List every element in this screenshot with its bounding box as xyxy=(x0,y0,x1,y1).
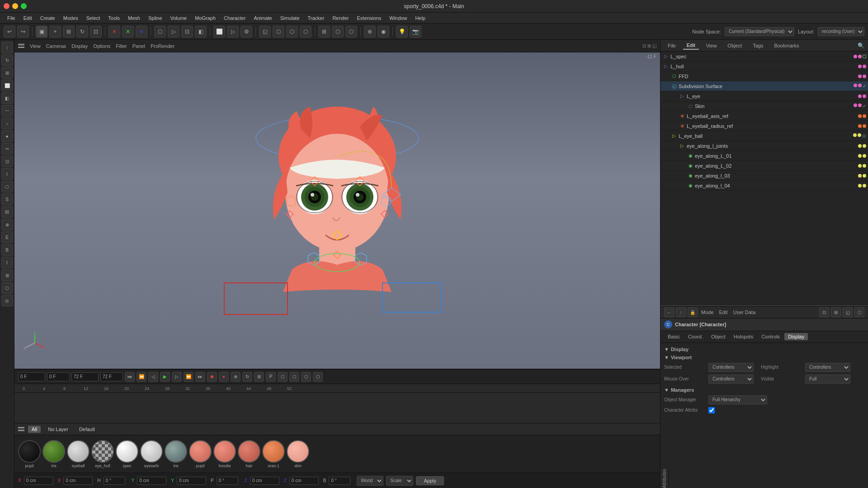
ls-knife[interactable]: ✂ xyxy=(1,143,13,155)
maximize-button[interactable] xyxy=(21,3,27,9)
ls-move[interactable]: ↕ xyxy=(1,42,13,53)
y-axis-btn[interactable]: ✕ xyxy=(122,26,134,38)
menu-mograph[interactable]: MoGraph xyxy=(191,14,219,22)
rotate-tool[interactable]: ↻ xyxy=(76,26,88,38)
p-rot-input[interactable] xyxy=(217,477,238,485)
ls-loop[interactable]: ⊡ xyxy=(1,155,13,167)
menu-file[interactable]: File xyxy=(4,14,19,22)
viewport-collapse-icon[interactable]: ▼ xyxy=(664,355,669,360)
coord-system-dropdown[interactable]: World Local Object xyxy=(357,476,383,486)
ls-edge[interactable]: ⌇ xyxy=(1,168,13,180)
menu-animate[interactable]: Animate xyxy=(250,14,275,22)
ls-sculpt[interactable]: ○ xyxy=(1,117,13,129)
char-attribs-checkbox[interactable] xyxy=(708,407,715,413)
ls-slide[interactable]: S xyxy=(1,193,13,205)
transform-mode-dropdown[interactable]: Scale Move Rotate xyxy=(386,476,413,486)
view-perspective[interactable]: ◱ xyxy=(259,26,271,38)
window-controls[interactable] xyxy=(4,3,27,9)
prev-frame-btn[interactable]: ⏪ xyxy=(137,372,146,382)
mb-tab-nolayer[interactable]: No Layer xyxy=(44,426,72,433)
b-rot-input[interactable] xyxy=(329,477,350,485)
key-all-btn[interactable]: P xyxy=(266,372,276,382)
material-eyeball[interactable]: eyeball xyxy=(67,440,90,468)
goto-start-btn[interactable]: ⏮ xyxy=(125,372,135,382)
object-mode[interactable]: ⬡ xyxy=(154,26,166,38)
viewport-menu-icon[interactable] xyxy=(18,44,24,48)
prev-keyframe-btn[interactable]: ◁ xyxy=(148,372,158,382)
material-pupil2[interactable]: pupil xyxy=(189,440,212,468)
rp-tab-tags[interactable]: Tags xyxy=(749,42,767,49)
prop-tab-controls[interactable]: Controls xyxy=(758,333,783,340)
y-coord2-input[interactable] xyxy=(177,477,206,485)
menu-extensions[interactable]: Extensions xyxy=(353,14,385,22)
rp-tab-object[interactable]: Object xyxy=(724,42,745,49)
mb-menu-icon[interactable] xyxy=(18,427,24,431)
menu-volume[interactable]: Volume xyxy=(167,14,191,22)
vh-display[interactable]: Display xyxy=(71,43,88,49)
point-mode[interactable]: ▷ xyxy=(168,26,179,38)
next-frame-btn[interactable]: ⏩ xyxy=(184,372,193,382)
material-oran1[interactable]: oran.1 xyxy=(262,440,285,468)
menu-tools[interactable]: Tools xyxy=(104,14,123,22)
node-space-dropdown[interactable]: Current (Standard/Physical) xyxy=(725,27,794,36)
selected-dropdown[interactable]: Controllers xyxy=(708,363,754,372)
mb-tab-default[interactable]: Default xyxy=(75,426,99,433)
x-coord2-input[interactable] xyxy=(63,477,93,485)
render-output[interactable]: ⬡ xyxy=(345,26,357,38)
play-btn[interactable]: ▶ xyxy=(160,372,170,382)
rp-tab-edit[interactable]: Edit xyxy=(683,42,699,50)
menu-select[interactable]: Select xyxy=(83,14,104,22)
hierarchy-row-leyeballradius[interactable]: ⊕ L_eyeball_radius_ref xyxy=(660,121,868,131)
auto-key-btn[interactable]: ● xyxy=(219,372,229,382)
hierarchy-row-eyealong[interactable]: ▷ eye_along_l_joints xyxy=(660,141,868,151)
3d-viewport[interactable]: X Y Z -11 F xyxy=(14,52,660,369)
z-coord2-input[interactable] xyxy=(289,477,319,485)
render-region[interactable]: ⊞ xyxy=(318,26,330,38)
ls-poly[interactable]: ◧ xyxy=(1,92,13,104)
material-hoodie[interactable]: hoodie xyxy=(213,440,236,468)
prop-tab-display[interactable]: Display xyxy=(784,333,808,340)
prop-icon-btn4[interactable]: ⬡ xyxy=(854,307,864,317)
hierarchy-row-ffd[interactable]: ⬡ FFD xyxy=(660,71,868,81)
material-spec[interactable]: spec xyxy=(116,440,138,468)
highlight-dropdown[interactable]: Controllers xyxy=(805,363,850,372)
hierarchy-row-skin[interactable]: ◌ Skin ✓ xyxy=(660,101,868,111)
prop-tab-hotspots[interactable]: Hotspots xyxy=(730,333,757,340)
view-side[interactable]: ⬡ xyxy=(286,26,298,38)
x-coord-input[interactable]: 0 cm xyxy=(24,477,53,485)
ls-bridge[interactable]: ⬡ xyxy=(1,181,13,192)
view-top[interactable]: ⬡ xyxy=(300,26,311,38)
key-rot-btn[interactable]: ↻ xyxy=(242,372,252,382)
prop-tab-coord[interactable]: Coord. xyxy=(684,333,707,340)
hierarchy-row-eyealong02[interactable]: ◉ eye_along_L_02 xyxy=(660,161,868,171)
close-button[interactable] xyxy=(4,3,9,9)
prop-icon-btn1[interactable]: ⊡ xyxy=(819,307,829,317)
play-btn[interactable]: ▷ xyxy=(227,26,239,38)
ls-inner-extrude[interactable]: I xyxy=(1,257,13,268)
key-scl-btn[interactable]: ⊞ xyxy=(254,372,264,382)
material-skin[interactable]: skin xyxy=(287,440,309,468)
ls-bevel[interactable]: B xyxy=(1,244,13,256)
key-pos-btn[interactable]: ⊕ xyxy=(231,372,241,382)
material-iris2[interactable]: iris xyxy=(165,440,187,468)
ls-select[interactable]: ⬜ xyxy=(1,80,13,91)
menu-spline[interactable]: Spline xyxy=(145,14,166,22)
menu-window[interactable]: Window xyxy=(386,14,410,22)
solo-btn[interactable]: ◉ xyxy=(377,26,389,38)
ls-paint[interactable]: ● xyxy=(1,130,13,142)
select-tool[interactable]: ▣ xyxy=(36,26,47,38)
menu-help[interactable]: Help xyxy=(411,14,429,22)
light-btn[interactable]: 💡 xyxy=(396,26,408,38)
material-iris[interactable]: iris xyxy=(42,440,65,468)
vh-prorender[interactable]: ProRender xyxy=(151,43,175,49)
menu-mesh[interactable]: Mesh xyxy=(124,14,144,22)
y-coord-input[interactable]: 0 cm xyxy=(137,477,166,485)
apply-button[interactable]: Apply xyxy=(416,476,444,485)
vh-cameras[interactable]: Cameras xyxy=(46,43,66,49)
menu-simulate[interactable]: Simulate xyxy=(277,14,303,22)
prop-icon-btn3[interactable]: ◱ xyxy=(843,307,853,317)
material-hair[interactable]: hair xyxy=(238,440,260,468)
hierarchy-row-eyealong04[interactable]: ◉ eye_along_l_04 xyxy=(660,181,868,191)
hierarchy-row-lspec[interactable]: ▷ L_spec xyxy=(660,52,868,61)
snap-btn[interactable]: ⊕ xyxy=(364,26,376,38)
